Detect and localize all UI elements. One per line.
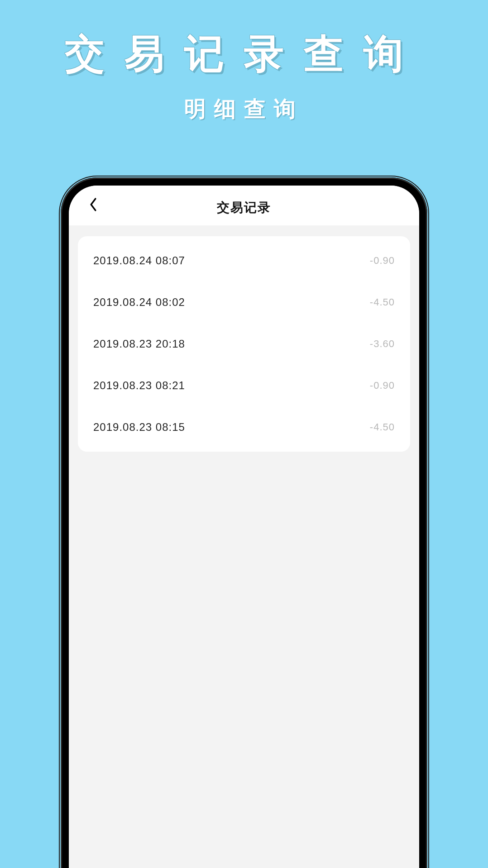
promo-subtitle: 明细查询 xyxy=(0,81,488,124)
transaction-row[interactable]: 2019.08.24 08:02 -4.50 xyxy=(78,281,410,323)
transaction-row[interactable]: 2019.08.23 08:21 -0.90 xyxy=(78,365,410,406)
promo-title: 交易记录查询 xyxy=(0,0,488,81)
app-header: 交易记录 xyxy=(69,186,419,225)
transaction-amount: -4.50 xyxy=(370,421,395,433)
content-area: 2019.08.24 08:07 -0.90 2019.08.24 08:02 … xyxy=(69,225,419,463)
transaction-datetime: 2019.08.24 08:02 xyxy=(93,296,185,309)
page-title: 交易记录 xyxy=(217,199,271,216)
transaction-row[interactable]: 2019.08.23 20:18 -3.60 xyxy=(78,323,410,365)
back-button[interactable] xyxy=(83,196,103,215)
transaction-datetime: 2019.08.23 08:15 xyxy=(93,421,185,434)
chevron-left-icon xyxy=(89,197,98,214)
transaction-row[interactable]: 2019.08.24 08:07 -0.90 xyxy=(78,240,410,281)
phone-frame: 交易记录 2019.08.24 08:07 -0.90 2019.08.24 0… xyxy=(61,177,427,868)
transaction-datetime: 2019.08.23 08:21 xyxy=(93,379,185,392)
transaction-amount: -3.60 xyxy=(370,338,395,350)
transaction-amount: -4.50 xyxy=(370,296,395,308)
transaction-row[interactable]: 2019.08.23 08:15 -4.50 xyxy=(78,406,410,448)
transaction-datetime: 2019.08.23 20:18 xyxy=(93,338,185,350)
transaction-amount: -0.90 xyxy=(370,380,395,391)
transaction-list: 2019.08.24 08:07 -0.90 2019.08.24 08:02 … xyxy=(78,236,410,452)
phone-screen: 交易记录 2019.08.24 08:07 -0.90 2019.08.24 0… xyxy=(69,186,419,868)
transaction-datetime: 2019.08.24 08:07 xyxy=(93,254,185,267)
transaction-amount: -0.90 xyxy=(370,255,395,267)
